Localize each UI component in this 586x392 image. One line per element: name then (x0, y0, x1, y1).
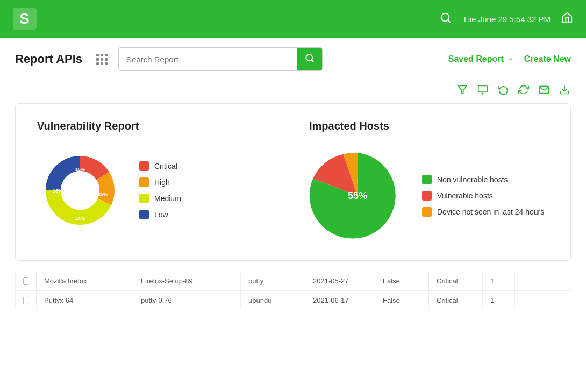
legend-item-vuln: Vulnerable hosts (422, 191, 544, 201)
count-cell: 1 (483, 291, 515, 310)
svg-text:25%: 25% (98, 191, 108, 197)
saved-report-button[interactable]: Saved Report (448, 54, 514, 64)
header-actions: Saved Report Create New (448, 54, 571, 64)
row-checkbox[interactable] (23, 297, 28, 304)
date-cell: 2021-05-27 (305, 272, 375, 290)
status-cell: False (375, 272, 429, 290)
svg-line-1 (448, 20, 451, 22)
non-vuln-label: Non vulnerable hosts (437, 175, 508, 184)
grid-icon[interactable] (96, 54, 108, 65)
donut-container: 16% 16% 43% 25% Critical High (37, 147, 277, 233)
checkbox-cell[interactable] (15, 272, 37, 290)
critical-label: Critical (154, 162, 177, 170)
count-cell: 1 (483, 272, 515, 290)
table-row: Puttyx 64 putty-0.76 ubundu 2021-06-17 F… (15, 291, 571, 310)
svg-text:16%: 16% (75, 167, 85, 172)
legend-item-high: High (139, 177, 181, 187)
main-container: Report APIs Saved Report Create New (0, 38, 586, 392)
search-input[interactable] (119, 49, 297, 69)
svg-marker-4 (458, 86, 467, 94)
row-checkbox[interactable] (23, 277, 28, 285)
svg-rect-5 (478, 86, 488, 92)
high-label: High (154, 178, 170, 187)
impacted-legend: Non vulnerable hosts Vulnerable hosts De… (422, 175, 544, 217)
donut-chart: 16% 16% 43% 25% (37, 147, 123, 233)
svg-line-3 (312, 60, 313, 61)
topbar: S Tue June 29 5:54:32 PM (0, 0, 586, 38)
vuln-label: Vulnerable hosts (437, 191, 493, 200)
impacted-hosts: Impacted Hosts 55% No (309, 120, 549, 244)
legend-item-critical: Critical (139, 161, 181, 171)
pie-chart: 55% (309, 147, 406, 244)
pie-container: 55% Non vulnerable hosts Vulnerable host… (309, 147, 549, 244)
legend-item-low: Low (139, 210, 181, 219)
low-label: Low (154, 210, 168, 219)
medium-color (139, 194, 149, 203)
pkg-cell: Firefox-Setup-89 (133, 272, 241, 290)
vulnerability-report: Vulnerability Report (37, 120, 277, 244)
impacted-chart-title: Impacted Hosts (309, 120, 549, 132)
host-cell: ubundu (241, 291, 305, 310)
download-icon[interactable] (559, 84, 570, 98)
svg-text:16%: 16% (53, 188, 62, 194)
severity-cell: Critical (429, 272, 483, 290)
medium-label: Medium (154, 194, 181, 203)
chart-area: Vulnerability Report (15, 103, 571, 261)
not-seen-color (422, 207, 432, 217)
toolbar (0, 79, 586, 103)
status-cell: False (375, 291, 429, 310)
name-cell: Puttyx 64 (37, 291, 133, 310)
refresh-icon[interactable] (498, 84, 509, 98)
not-seen-label: Device not seen in last 24 hours (437, 208, 544, 216)
home-icon[interactable] (561, 12, 573, 26)
vuln-legend: Critical High Medium Low (139, 161, 181, 219)
search-container (118, 47, 323, 71)
high-color (139, 177, 149, 187)
search-icon[interactable] (440, 12, 452, 26)
create-new-button[interactable]: Create New (524, 54, 571, 64)
legend-item-medium: Medium (139, 194, 181, 203)
svg-text:43%: 43% (75, 216, 85, 222)
page-title: Report APIs (15, 52, 82, 66)
host-cell: putty (241, 272, 305, 290)
date-cell: 2021-06-17 (305, 291, 375, 310)
non-vuln-color (422, 175, 432, 184)
pkg-cell: putty-0.76 (133, 291, 241, 310)
table-section: Mozilla firefox Firefox-Setup-89 putty 2… (15, 272, 571, 310)
svg-point-13 (61, 171, 99, 210)
filter-icon[interactable] (457, 84, 468, 98)
vuln-color (422, 191, 432, 201)
svg-text:55%: 55% (348, 190, 367, 201)
vuln-chart-title: Vulnerability Report (37, 120, 277, 132)
datetime-display: Tue June 29 5:54:32 PM (462, 15, 551, 24)
sync-icon[interactable] (518, 84, 529, 98)
name-cell: Mozilla firefox (37, 272, 133, 290)
critical-color (139, 161, 149, 171)
severity-cell: Critical (429, 291, 483, 310)
header-row: Report APIs Saved Report Create New (0, 38, 586, 79)
topbar-right: Tue June 29 5:54:32 PM (440, 12, 573, 26)
low-color (139, 210, 149, 219)
logo: S (13, 8, 37, 30)
table-row: Mozilla firefox Firefox-Setup-89 putty 2… (15, 272, 571, 291)
search-button[interactable] (297, 48, 322, 70)
legend-item-non-vuln: Non vulnerable hosts (422, 175, 544, 184)
monitor-icon[interactable] (477, 84, 488, 98)
email-icon[interactable] (539, 84, 549, 98)
checkbox-cell[interactable] (15, 291, 37, 310)
legend-item-not-seen: Device not seen in last 24 hours (422, 207, 544, 217)
